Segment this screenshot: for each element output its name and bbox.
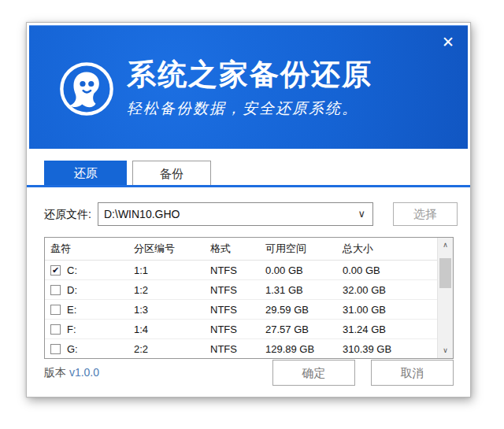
- restore-file-label: 还原文件:: [44, 202, 91, 226]
- version-label: 版本: [44, 366, 66, 379]
- cell-free: 27.57 GB: [265, 324, 343, 335]
- table-header-row: 盘符 分区编号 格式 可用空间 总大小: [45, 238, 453, 261]
- app-header: 系统之家备份还原 轻松备份数据，安全还原系统。 ✕: [29, 25, 468, 149]
- cell-drive: C:: [67, 264, 77, 276]
- scrollbar-thumb[interactable]: [439, 258, 451, 288]
- cell-total: 31.00 GB: [343, 304, 437, 316]
- cell-total: 31.24 GB: [343, 324, 437, 335]
- col-drive: 盘符: [45, 242, 134, 256]
- cell-drive: D:: [67, 284, 77, 296]
- scroll-down-icon[interactable]: ∨: [438, 343, 453, 358]
- restore-file-combobox[interactable]: D:\WIN10.GHO ∨: [98, 202, 373, 226]
- table-row[interactable]: E: 1:3 NTFS 29.59 GB 31.00 GB: [45, 300, 453, 320]
- cell-partition: 1:1: [134, 264, 210, 276]
- cell-format: NTFS: [210, 264, 265, 276]
- restore-file-value: D:\WIN10.GHO: [104, 208, 180, 220]
- title-block: 系统之家备份还原 轻松备份数据，安全还原系统。: [127, 58, 372, 119]
- table-row[interactable]: G: 2:2 NTFS 129.89 GB 310.39 GB: [45, 339, 453, 359]
- cell-free: 0.00 GB: [265, 264, 343, 276]
- cancel-button[interactable]: 取消: [371, 360, 454, 386]
- ok-button[interactable]: 确定: [272, 360, 355, 386]
- cell-partition: 1:3: [134, 304, 210, 316]
- row-checkbox[interactable]: [50, 305, 61, 315]
- cell-free: 129.89 GB: [265, 343, 343, 355]
- cell-format: NTFS: [210, 324, 265, 335]
- cell-format: NTFS: [210, 304, 265, 316]
- row-checkbox[interactable]: ✔: [50, 265, 61, 276]
- cell-total: 32.00 GB: [343, 284, 437, 296]
- tab-restore[interactable]: 还原: [44, 161, 127, 185]
- app-title: 系统之家备份还原: [127, 58, 372, 91]
- partition-table: 盘符 分区编号 格式 可用空间 总大小 ✔C: 1:1 NTFS 0.00 GB…: [44, 237, 454, 359]
- cell-free: 1.31 GB: [265, 284, 343, 296]
- row-checkbox[interactable]: [50, 324, 61, 335]
- table-scrollbar[interactable]: ∧ ∨: [437, 238, 453, 358]
- cell-format: NTFS: [210, 343, 265, 355]
- col-format: 格式: [210, 242, 265, 256]
- cell-total: 0.00 GB: [343, 264, 437, 276]
- version-text: 版本 v1.0.0: [44, 364, 99, 380]
- row-checkbox[interactable]: [50, 344, 61, 354]
- chevron-down-icon[interactable]: ∨: [358, 203, 365, 225]
- app-subtitle: 轻松备份数据，安全还原系统。: [127, 98, 372, 119]
- table-row[interactable]: D: 1:2 NTFS 1.31 GB 32.00 GB: [45, 280, 453, 300]
- select-file-button[interactable]: 选择: [393, 202, 458, 226]
- close-icon[interactable]: ✕: [438, 32, 458, 53]
- cell-format: NTFS: [210, 284, 265, 296]
- cell-free: 29.59 GB: [265, 304, 343, 316]
- tab-backup[interactable]: 备份: [132, 161, 211, 185]
- table-row[interactable]: ✔C: 1:1 NTFS 0.00 GB 0.00 GB: [45, 261, 453, 280]
- backup-restore-dialog: 系统之家备份还原 轻松备份数据，安全还原系统。 ✕ 还原 备份 还原文件: D:…: [26, 22, 471, 398]
- row-checkbox[interactable]: [50, 285, 61, 295]
- cell-partition: 1:4: [134, 324, 210, 335]
- cell-drive: E:: [67, 304, 76, 316]
- cell-partition: 1:2: [134, 284, 210, 296]
- ghost-logo-icon: [58, 61, 115, 117]
- col-total: 总大小: [343, 242, 437, 256]
- cell-drive: F:: [67, 324, 76, 335]
- cell-drive: G:: [67, 343, 78, 355]
- col-free: 可用空间: [265, 242, 343, 256]
- col-partition: 分区编号: [134, 242, 210, 256]
- cell-partition: 2:2: [134, 343, 210, 355]
- version-number: v1.0.0: [69, 366, 99, 379]
- tab-underline: [27, 185, 470, 187]
- scroll-up-icon[interactable]: ∧: [438, 238, 453, 253]
- table-row[interactable]: F: 1:4 NTFS 27.57 GB 31.24 GB: [45, 320, 453, 339]
- cell-total: 310.39 GB: [343, 343, 437, 355]
